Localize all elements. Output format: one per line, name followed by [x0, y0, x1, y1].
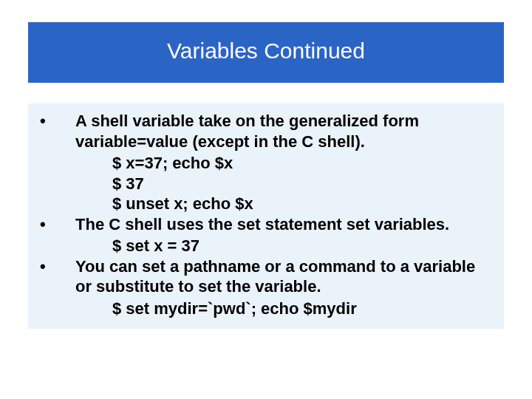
- code-line: $ unset x; echo $x: [38, 194, 494, 214]
- bullet-marker: •: [38, 256, 75, 277]
- bullet-item: • You can set a pathname or a command to…: [38, 256, 494, 297]
- bullet-text: The C shell uses the set statement set v…: [75, 214, 494, 235]
- slide: Variables Continued • A shell variable t…: [0, 0, 532, 399]
- slide-body: • A shell variable take on the generaliz…: [28, 103, 504, 329]
- bullet-item: • The C shell uses the set statement set…: [38, 214, 494, 235]
- bullet-marker: •: [38, 111, 75, 132]
- bullet-text: You can set a pathname or a command to a…: [75, 256, 494, 297]
- code-line: $ x=37; echo $x: [38, 153, 494, 174]
- code-line: $ set x = 37: [38, 236, 494, 256]
- bullet-item: • A shell variable take on the generaliz…: [38, 111, 494, 151]
- bullet-marker: •: [38, 214, 75, 235]
- code-line: $ set mydir=`pwd`; echo $mydir: [38, 299, 494, 319]
- slide-title: Variables Continued: [28, 22, 504, 83]
- bullet-text: A shell variable take on the generalized…: [75, 111, 494, 151]
- code-line: $ 37: [38, 174, 494, 194]
